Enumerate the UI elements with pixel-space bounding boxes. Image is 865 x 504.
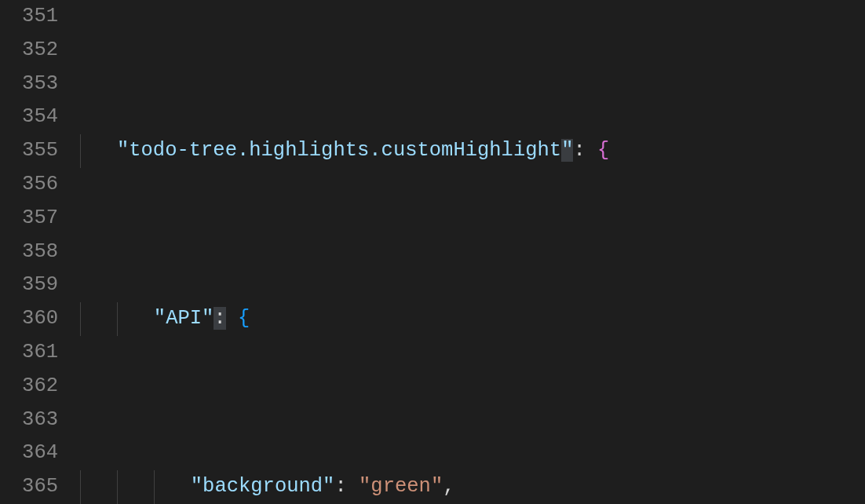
line-number: 360 <box>6 302 58 336</box>
line-number: 364 <box>6 436 58 470</box>
line-number: 351 <box>6 0 58 34</box>
line-number: 357 <box>6 202 58 236</box>
line-number: 362 <box>6 370 58 404</box>
line-number: 355 <box>6 134 58 168</box>
line-number: 365 <box>6 470 58 504</box>
line-number: 356 <box>6 168 58 202</box>
line-number: 353 <box>6 68 58 101</box>
code-line[interactable]: "todo-tree.highlights.customHighlight": … <box>80 134 865 168</box>
brace-open: { <box>238 307 250 330</box>
colon: : <box>334 475 346 498</box>
line-number: 361 <box>6 336 58 370</box>
json-key: "background" <box>191 475 335 498</box>
colon: : <box>573 139 585 162</box>
line-number: 354 <box>6 100 58 134</box>
comma: , <box>443 475 454 498</box>
line-number: 358 <box>6 236 58 269</box>
json-key: "API" <box>154 307 214 330</box>
code-line[interactable]: "API": { <box>80 302 865 336</box>
json-key: "todo-tree.highlights.customHighlight" <box>117 139 574 162</box>
selection-highlight: " <box>561 139 573 162</box>
colon: : <box>214 307 225 330</box>
code-editor[interactable]: 351 352 353 354 355 356 357 358 359 360 … <box>0 0 865 504</box>
line-number-gutter: 351 352 353 354 355 356 357 358 359 360 … <box>0 0 80 504</box>
brace-open: { <box>597 139 609 162</box>
code-area[interactable]: "todo-tree.highlights.customHighlight": … <box>80 0 865 504</box>
json-string: "green" <box>359 475 443 498</box>
line-number: 363 <box>6 404 58 437</box>
line-number: 359 <box>6 268 58 302</box>
code-line[interactable]: "background": "green", <box>80 470 865 504</box>
line-number: 352 <box>6 34 58 68</box>
